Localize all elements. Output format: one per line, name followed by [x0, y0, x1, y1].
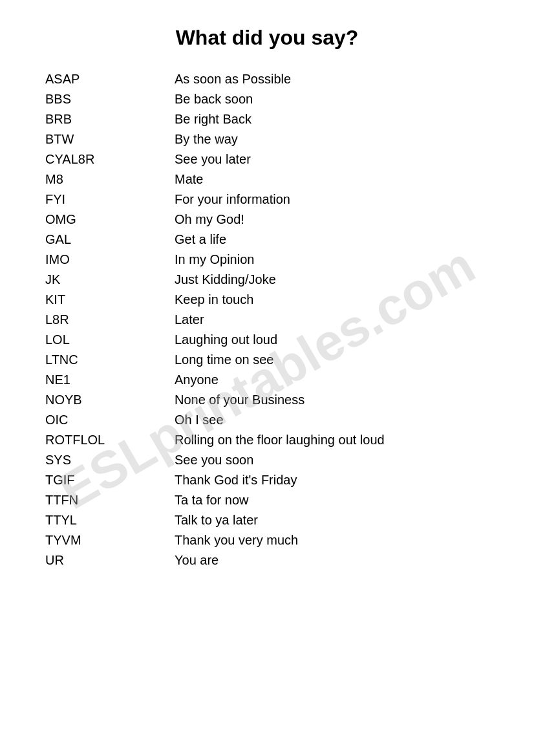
acronym-table: ASAPAs soon as PossibleBBSBe back soonBR…	[39, 69, 495, 570]
acronym-meaning: As soon as Possible	[168, 69, 495, 89]
table-row: URYou are	[39, 550, 495, 570]
table-row: BRBBe right Back	[39, 109, 495, 129]
acronym-abbr: ASAP	[39, 69, 168, 89]
acronym-abbr: TGIF	[39, 470, 168, 490]
acronym-abbr: NOYB	[39, 390, 168, 410]
table-row: NOYBNone of your Business	[39, 390, 495, 410]
table-row: ROTFLOLRolling on the floor laughing out…	[39, 430, 495, 450]
acronym-abbr: ROTFLOL	[39, 430, 168, 450]
acronym-meaning: Thank God it's Friday	[168, 470, 495, 490]
acronym-meaning: Be back soon	[168, 89, 495, 109]
table-row: BBSBe back soon	[39, 89, 495, 109]
acronym-meaning: Oh I see	[168, 410, 495, 430]
acronym-abbr: JK	[39, 270, 168, 290]
table-row: SYSSee you soon	[39, 450, 495, 470]
table-row: OICOh I see	[39, 410, 495, 430]
acronym-meaning: Keep in touch	[168, 290, 495, 310]
table-row: TYVMThank you very much	[39, 530, 495, 550]
acronym-meaning: Laughing out loud	[168, 330, 495, 350]
acronym-abbr: IMO	[39, 250, 168, 270]
table-row: GALGet a life	[39, 230, 495, 250]
table-row: TGIFThank God it's Friday	[39, 470, 495, 490]
acronym-abbr: TTFN	[39, 490, 168, 510]
acronym-meaning: Talk to ya later	[168, 510, 495, 530]
acronym-meaning: Rolling on the floor laughing out loud	[168, 430, 495, 450]
table-row: M8Mate	[39, 169, 495, 189]
table-row: TTFNTa ta for now	[39, 490, 495, 510]
acronym-meaning: Anyone	[168, 370, 495, 390]
acronym-meaning: Get a life	[168, 230, 495, 250]
table-row: KITKeep in touch	[39, 290, 495, 310]
page-title: What did you say?	[39, 26, 495, 50]
acronym-abbr: GAL	[39, 230, 168, 250]
acronym-meaning: For your information	[168, 189, 495, 210]
acronym-abbr: BBS	[39, 89, 168, 109]
acronym-abbr: LTNC	[39, 350, 168, 370]
acronym-meaning: You are	[168, 550, 495, 570]
table-row: OMGOh my God!	[39, 210, 495, 230]
table-row: NE1Anyone	[39, 370, 495, 390]
acronym-meaning: Be right Back	[168, 109, 495, 129]
acronym-abbr: NE1	[39, 370, 168, 390]
table-row: L8RLater	[39, 310, 495, 330]
acronym-meaning: None of your Business	[168, 390, 495, 410]
acronym-meaning: Oh my God!	[168, 210, 495, 230]
acronym-meaning: See you later	[168, 149, 495, 169]
table-row: LOLLaughing out loud	[39, 330, 495, 350]
acronym-meaning: See you soon	[168, 450, 495, 470]
acronym-meaning: Mate	[168, 169, 495, 189]
acronym-abbr: M8	[39, 169, 168, 189]
table-row: LTNCLong time on see	[39, 350, 495, 370]
acronym-abbr: KIT	[39, 290, 168, 310]
acronym-abbr: TYVM	[39, 530, 168, 550]
acronym-abbr: OIC	[39, 410, 168, 430]
acronym-abbr: SYS	[39, 450, 168, 470]
table-row: ASAPAs soon as Possible	[39, 69, 495, 89]
acronym-abbr: FYI	[39, 189, 168, 210]
table-row: TTYLTalk to ya later	[39, 510, 495, 530]
acronym-abbr: UR	[39, 550, 168, 570]
acronym-abbr: BRB	[39, 109, 168, 129]
acronym-meaning: Long time on see	[168, 350, 495, 370]
acronym-abbr: LOL	[39, 330, 168, 350]
acronym-meaning: By the way	[168, 129, 495, 149]
acronym-abbr: L8R	[39, 310, 168, 330]
acronym-meaning: Later	[168, 310, 495, 330]
table-row: IMOIn my Opinion	[39, 250, 495, 270]
acronym-abbr: OMG	[39, 210, 168, 230]
table-row: CYAL8RSee you later	[39, 149, 495, 169]
table-row: FYIFor your information	[39, 189, 495, 210]
acronym-abbr: TTYL	[39, 510, 168, 530]
acronym-meaning: Thank you very much	[168, 530, 495, 550]
acronym-meaning: Ta ta for now	[168, 490, 495, 510]
table-row: JKJust Kidding/Joke	[39, 270, 495, 290]
acronym-meaning: In my Opinion	[168, 250, 495, 270]
acronym-meaning: Just Kidding/Joke	[168, 270, 495, 290]
acronym-abbr: CYAL8R	[39, 149, 168, 169]
acronym-abbr: BTW	[39, 129, 168, 149]
table-row: BTWBy the way	[39, 129, 495, 149]
